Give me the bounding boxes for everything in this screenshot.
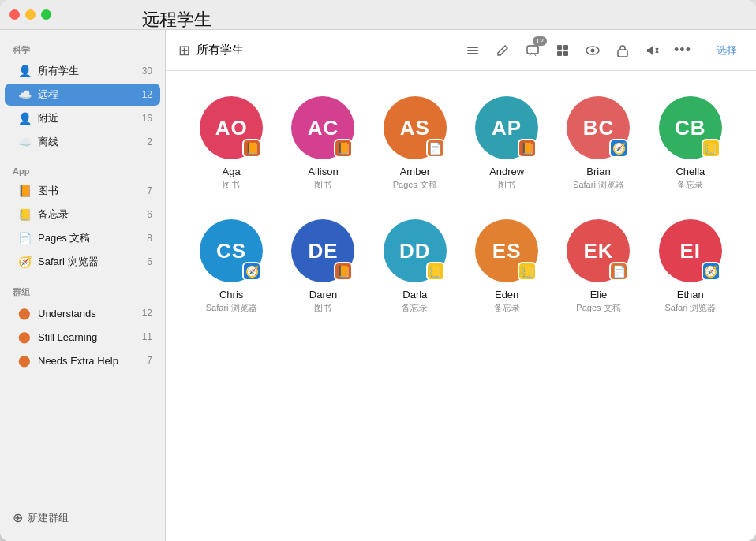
student-card[interactable]: AO 📙 Aga 图书 — [189, 90, 273, 197]
sidebar-count-safari: 6 — [147, 256, 152, 267]
student-name: Darla — [402, 289, 427, 300]
sidebar-label-still-learning: Still Learning — [38, 331, 139, 343]
sidebar-count-needs-help: 7 — [147, 355, 152, 366]
eye-button[interactable] — [582, 39, 604, 62]
sidebar-item-still-learning[interactable]: ⬤ Still Learning 11 — [5, 326, 160, 348]
minimize-button[interactable] — [25, 9, 36, 20]
sidebar-label-needs-help: Needs Extra Help — [38, 355, 144, 367]
avatar-wrap: DE 📙 — [291, 219, 354, 282]
svg-rect-7 — [563, 51, 568, 56]
svg-rect-5 — [563, 45, 568, 50]
new-group-button[interactable]: ⊕ 新建群组 — [0, 502, 165, 533]
sidebar-item-needs-help[interactable]: ⬤ Needs Extra Help 7 — [5, 349, 160, 371]
app-badge: 📙 — [242, 139, 261, 158]
mute-button[interactable] — [642, 39, 664, 62]
student-app: 图书 — [223, 179, 240, 191]
main-area: ⊞ 所有学生 — [166, 30, 756, 541]
maximize-button[interactable] — [41, 9, 51, 20]
more-icon: ••• — [674, 42, 691, 58]
sidebar-count-remote: 12 — [142, 89, 152, 100]
sidebar-item-offline[interactable]: ☁️ 离线 2 — [5, 131, 160, 153]
avatar-wrap: AS 📄 — [384, 96, 447, 159]
avatar-wrap: DD 📒 — [384, 219, 447, 282]
student-card[interactable]: CS 🧭 Chris Safari 浏览器 — [189, 213, 273, 320]
section-title-groups: 群组 — [0, 280, 165, 301]
tooltip-label: 远程学生 — [142, 8, 211, 32]
student-card[interactable]: AS 📄 Amber Pages 文稿 — [373, 90, 457, 197]
student-card[interactable]: CB 📒 Chella 备忘录 — [649, 90, 732, 197]
sidebar-label-all-students: 所有学生 — [38, 64, 139, 78]
offline-icon: ☁️ — [17, 135, 32, 149]
nearby-icon: 👤 — [17, 111, 32, 125]
toolbar-divider — [702, 43, 702, 58]
app-badge: 🧭 — [702, 262, 720, 281]
student-name: Brian — [586, 166, 610, 177]
toolbar: ⊞ 所有学生 — [166, 30, 756, 71]
avatar-wrap: CB 📒 — [659, 96, 722, 159]
more-button[interactable]: ••• — [672, 39, 694, 62]
lock-button[interactable] — [612, 39, 634, 62]
sidebar-item-remote[interactable]: ☁️ 远程 12 — [5, 84, 160, 106]
message-button[interactable]: 12 — [522, 39, 544, 62]
pages-icon: 📄 — [17, 231, 32, 245]
svg-rect-2 — [467, 53, 478, 54]
student-name: Eden — [495, 289, 518, 300]
student-name: Allison — [308, 166, 338, 177]
student-card[interactable]: AP 📙 Andrew 图书 — [465, 90, 548, 197]
app-badge: 📒 — [426, 262, 445, 281]
sidebar-item-nearby[interactable]: 👤 附近 16 — [5, 107, 160, 129]
sidebar-item-all-students[interactable]: 👤 所有学生 30 — [5, 60, 160, 82]
person-icon: 👤 — [17, 64, 32, 78]
select-button[interactable]: 选择 — [710, 40, 743, 61]
student-name: Daren — [309, 289, 337, 300]
traffic-lights — [9, 9, 51, 20]
student-card[interactable]: BC 🧭 Brian Safari 浏览器 — [556, 90, 640, 197]
app-badge: 🧭 — [609, 139, 628, 158]
app-badge: 📙 — [518, 139, 537, 158]
student-app: 图书 — [314, 302, 331, 314]
student-card[interactable]: DE 📙 Daren 图书 — [281, 213, 365, 320]
student-app: Pages 文稿 — [576, 302, 620, 314]
sidebar-count-nearby: 16 — [142, 113, 152, 124]
app-badge: 📒 — [518, 262, 537, 281]
page-title: 所有学生 — [196, 43, 244, 58]
sidebar-toggle-icon[interactable]: ⊞ — [178, 42, 190, 59]
student-app: Safari 浏览器 — [664, 302, 716, 314]
sidebar-label-notes: 备忘录 — [38, 207, 144, 222]
sidebar-item-books[interactable]: 📙 图书 7 — [5, 180, 160, 202]
svg-rect-3 — [527, 46, 538, 54]
sidebar-label-understands: Understands — [38, 308, 139, 319]
student-card[interactable]: DD 📒 Darla 备忘录 — [373, 213, 457, 320]
student-app: Safari 浏览器 — [573, 179, 624, 191]
student-name: Andrew — [489, 166, 524, 177]
app-badge: 🧭 — [242, 262, 261, 281]
pencil-button[interactable] — [492, 39, 514, 62]
cloud-icon: ☁️ — [17, 88, 32, 102]
svg-rect-4 — [557, 45, 562, 50]
svg-rect-1 — [467, 50, 478, 51]
close-button[interactable] — [9, 9, 20, 20]
app-badge: 📙 — [334, 139, 353, 158]
student-card[interactable]: AC 📙 Allison 图书 — [281, 90, 365, 197]
sidebar-item-safari[interactable]: 🧭 Safari 浏览器 6 — [5, 251, 160, 273]
group-still-learning-icon: ⬤ — [17, 330, 32, 344]
grid-view-button[interactable] — [552, 39, 574, 62]
student-name: Aga — [223, 166, 241, 177]
student-card[interactable]: EK 📄 Elie Pages 文稿 — [556, 213, 640, 320]
sidebar-item-pages[interactable]: 📄 Pages 文稿 8 — [5, 227, 160, 249]
sidebar-item-understands[interactable]: ⬤ Understands 12 — [5, 302, 160, 324]
sidebar-label-books: 图书 — [38, 184, 144, 198]
student-app: 备忘录 — [677, 179, 703, 191]
pencil-icon — [496, 44, 509, 57]
student-name: Amber — [400, 166, 430, 177]
student-app: Pages 文稿 — [393, 179, 437, 191]
message-icon — [526, 44, 539, 57]
layers-button[interactable] — [462, 39, 484, 62]
sidebar-item-notes[interactable]: 📒 备忘录 6 — [5, 203, 160, 226]
avatar-wrap: BC 🧭 — [567, 96, 630, 159]
student-card[interactable]: ES 📒 Eden 备忘录 — [465, 213, 548, 320]
student-card[interactable]: EI 🧭 Ethan Safari 浏览器 — [649, 213, 732, 320]
new-group-label: 新建群组 — [28, 511, 69, 525]
svg-rect-6 — [557, 51, 562, 56]
plus-icon: ⊕ — [13, 510, 23, 525]
